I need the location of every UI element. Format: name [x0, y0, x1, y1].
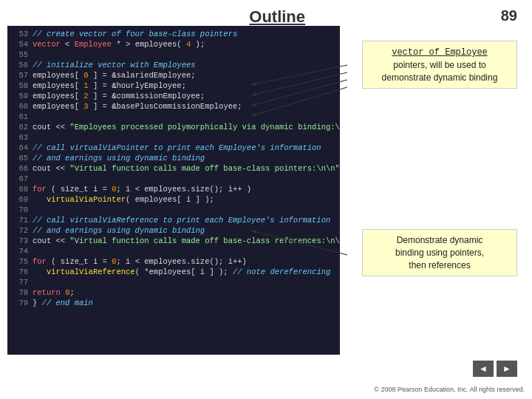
code-line-63: 63: [12, 132, 335, 143]
code-line-74: 74: [12, 246, 335, 256]
code-line-68: 68 for ( size_t i = 0; i < employees.siz…: [12, 184, 335, 194]
prev-button[interactable]: ◄: [473, 361, 494, 377]
code-line-65: 65 // and earnings using dynamic binding: [12, 153, 335, 163]
code-line-56: 56 // initialize vector with Employees: [12, 60, 335, 70]
code-line-64: 64 // call virtualViaPointer to print ea…: [12, 143, 335, 153]
annotation-bottom: Demonstrate dynamic binding using pointe…: [362, 229, 517, 276]
code-line-67: 67: [12, 174, 335, 184]
code-line-58: 58 employees[ 1 ] = &hourlyEmployee;: [12, 81, 335, 91]
code-line-72: 72 // and earnings using dynamic binding: [12, 225, 335, 236]
code-line-61: 61: [12, 112, 335, 122]
copyright-text: © 2008 Pearson Education, Inc. All right…: [374, 386, 525, 393]
code-line-57: 57 employees[ 0 ] = &salariedEmployee;: [12, 70, 335, 81]
code-line-70: 70: [12, 205, 335, 215]
code-line-54: 54 vector < Employee * > employees( 4 );: [12, 39, 335, 50]
code-line-77: 77: [12, 277, 335, 287]
code-line-55: 55: [12, 50, 335, 60]
annotation-top: vector of Employee pointers, will be use…: [362, 41, 517, 89]
code-line-76: 76 virtualViaReference( *employees[ i ] …: [12, 267, 335, 277]
code-line-75: 75 for ( size_t i = 0; i < employees.siz…: [12, 256, 335, 267]
code-line-78: 78 return 0;: [12, 287, 335, 298]
code-line-73: 73 cout << "Virtual function calls made …: [12, 236, 335, 246]
code-line-66: 66 cout << "Virtual function calls made …: [12, 163, 335, 174]
code-line-59: 59 employees[ 2 ] = &commissionEmployee;: [12, 91, 335, 101]
code-line-62: 62 cout << "Employees processed polymorp…: [12, 122, 335, 132]
code-line-69: 69 virtualViaPointer( employees[ i ] );: [12, 194, 335, 205]
code-line-79: 79 } // end main: [12, 298, 335, 308]
code-line-53: 53 // create vector of four base-class p…: [12, 29, 335, 39]
code-line-60: 60 employees[ 3 ] = &basePlusCommissionE…: [12, 101, 335, 112]
nav-buttons: ◄ ►: [473, 361, 517, 377]
code-area: 53 // create vector of four base-class p…: [7, 26, 340, 355]
outline-title: Outline: [249, 7, 305, 27]
code-line-71: 71 // call virtualViaReference to print …: [12, 215, 335, 225]
slide: 89 Outline 53 // create vector of four b…: [0, 0, 532, 399]
next-button[interactable]: ►: [497, 361, 517, 377]
page-number: 89: [501, 7, 517, 24]
